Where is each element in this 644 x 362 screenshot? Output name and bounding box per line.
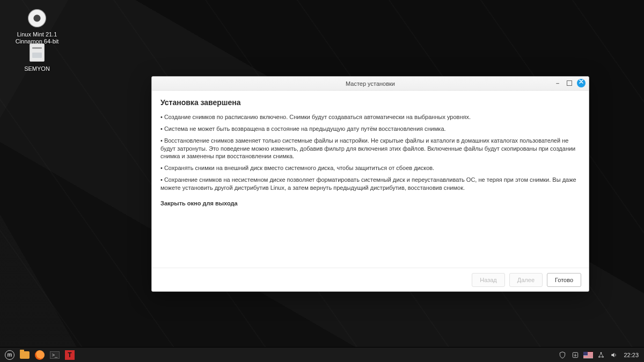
files-launcher[interactable]	[18, 349, 31, 361]
close-icon	[577, 79, 586, 87]
terminal-launcher[interactable]: >_	[48, 349, 61, 361]
update-icon	[572, 351, 579, 359]
desktop-icon-installer[interactable]: Linux Mint 21.1 Cinnamon 64-bit	[8, 8, 67, 45]
shield-icon	[559, 351, 566, 359]
optical-disc-icon	[28, 9, 46, 27]
window-body: Установка завершена • Создание снимков п…	[152, 91, 589, 268]
page-heading: Установка завершена	[160, 98, 580, 107]
back-button[interactable]: Назад	[472, 273, 505, 287]
timeshift-taskbar-entry[interactable]: T	[63, 349, 76, 361]
minimize-button[interactable]: –	[553, 79, 562, 87]
tray-update[interactable]	[570, 349, 581, 361]
taskbar: m >_ T 22:23	[0, 347, 644, 362]
bullet-text: • Восстановление снимков заменяет только…	[160, 137, 580, 161]
mint-logo-icon: m	[5, 350, 14, 360]
close-button[interactable]	[577, 79, 586, 87]
installer-window: Мастер установки – Установка завершена •…	[151, 76, 589, 292]
flag-us-icon	[583, 352, 593, 358]
bullet-text: • Сохранять снимки на внешний диск вмест…	[160, 164, 580, 172]
tray-clock[interactable]: 22:23	[621, 352, 641, 358]
folder-icon	[20, 351, 30, 359]
maximize-icon	[567, 80, 572, 86]
next-button[interactable]: Далее	[509, 273, 543, 287]
tray-sound[interactable]	[609, 349, 619, 361]
desktop-icon-label: SEMYON	[8, 65, 67, 72]
svg-point-1	[601, 352, 602, 353]
window-footer: Назад Далее Готово	[152, 268, 589, 291]
window-controls: –	[553, 79, 586, 87]
drive-icon	[30, 43, 45, 62]
desktop-icon-drive[interactable]: SEMYON	[8, 42, 67, 72]
closing-instruction: Закрыть окно для выхода	[160, 200, 580, 208]
timeshift-icon: T	[65, 350, 75, 360]
minimize-icon: –	[556, 80, 559, 86]
window-title: Мастер установки	[346, 80, 395, 87]
bullet-text: • Сохранение снимков на несистемном диск…	[160, 176, 580, 192]
firefox-icon	[35, 350, 45, 360]
network-icon	[597, 351, 605, 359]
tray-keyboard-layout[interactable]	[583, 349, 594, 361]
desktop-icon-label: Linux Mint 21.1	[8, 31, 67, 38]
bullet-text: • Создание снимков по расписанию включен…	[160, 113, 580, 121]
bullet-text: • Система не может быть возвращена в сос…	[160, 125, 580, 133]
menu-button[interactable]: m	[3, 349, 16, 361]
titlebar[interactable]: Мастер установки –	[152, 77, 589, 91]
finish-button[interactable]: Готово	[547, 273, 581, 287]
maximize-button[interactable]	[565, 79, 574, 87]
tray-shield[interactable]	[557, 349, 568, 361]
terminal-icon: >_	[50, 351, 60, 359]
firefox-launcher[interactable]	[33, 349, 46, 361]
tray-network[interactable]	[596, 349, 606, 361]
speaker-icon	[610, 351, 618, 359]
